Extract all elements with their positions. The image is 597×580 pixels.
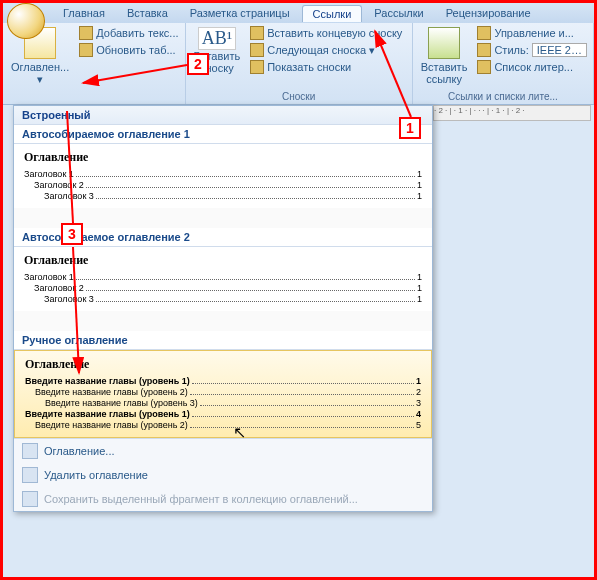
add-text-button[interactable]: Добавить текс... — [77, 25, 180, 41]
show-footnotes-button[interactable]: Показать сноски — [248, 59, 404, 75]
ribbon-tabs: Главная Вставка Разметка страницы Ссылки… — [3, 3, 594, 23]
tab-pagelayout[interactable]: Разметка страницы — [180, 5, 300, 21]
callout-3: 3 — [61, 223, 83, 245]
mouse-cursor: ↖ — [233, 423, 246, 442]
update-table-button[interactable]: Обновить таб... — [77, 42, 180, 58]
footnotes-group-label: Сноски — [190, 90, 408, 102]
bib-icon — [477, 60, 491, 74]
callout-2: 2 — [187, 53, 209, 75]
bibliography-button[interactable]: Список литер... — [475, 59, 589, 75]
citations-group-label: Ссылки и списки лите... — [417, 90, 589, 102]
toc-dropdown: Встроенный Автособираемое оглавление 1 О… — [13, 105, 433, 512]
tab-mailings[interactable]: Рассылки — [364, 5, 433, 21]
callout-1: 1 — [399, 117, 421, 139]
ruler: · 2 · | · 1 · | · · · | · 1 · | · 2 · — [433, 105, 591, 121]
insert-endnote-button[interactable]: Вставить концевую сноску — [248, 25, 404, 41]
show-footnotes-icon — [250, 60, 264, 74]
save-gallery-icon — [22, 491, 38, 507]
add-text-icon — [79, 26, 93, 40]
manage-icon — [477, 26, 491, 40]
ribbon: Оглавлен... ▾ Добавить текс... Обновить … — [3, 23, 594, 105]
style-icon — [477, 43, 491, 57]
chevron-down-icon: ▾ — [37, 73, 43, 86]
auto1-preview[interactable]: Оглавление Заголовок 11 Заголовок 21 Заг… — [14, 144, 432, 208]
next-footnote-button[interactable]: Следующая сноска ▾ — [248, 42, 404, 58]
update-icon — [79, 43, 93, 57]
style-select[interactable]: Стиль: IEEE 2… — [475, 42, 589, 58]
remove-toc-icon — [22, 467, 38, 483]
toc-label: Оглавлен... — [11, 61, 69, 73]
citation-icon — [428, 27, 460, 59]
insert-citation-button[interactable]: Вставить ссылку — [417, 25, 472, 87]
office-button[interactable] — [7, 3, 45, 39]
manage-sources-button[interactable]: Управление и... — [475, 25, 589, 41]
tab-home[interactable]: Главная — [53, 5, 115, 21]
manual-preview[interactable]: Оглавление Введите название главы (урове… — [14, 350, 432, 438]
dropdown-footer: Оглавление... Удалить оглавление Сохрани… — [14, 438, 432, 511]
toc-heading2: Оглавление — [24, 253, 422, 268]
toc-heading3: Оглавление — [25, 357, 421, 372]
toc-heading: Оглавление — [24, 150, 422, 165]
next-footnote-icon — [250, 43, 264, 57]
auto1-header[interactable]: Автособираемое оглавление 1 — [14, 125, 432, 144]
builtin-header: Встроенный — [14, 106, 432, 125]
tab-references[interactable]: Ссылки — [302, 5, 363, 22]
endnote-icon — [250, 26, 264, 40]
manual-header[interactable]: Ручное оглавление — [14, 331, 432, 350]
auto2-preview[interactable]: Оглавление Заголовок 11 Заголовок 21 Заг… — [14, 247, 432, 311]
tab-insert[interactable]: Вставка — [117, 5, 178, 21]
save-selection-item: Сохранить выделенный фрагмент в коллекци… — [14, 487, 432, 511]
tab-review[interactable]: Рецензирование — [436, 5, 541, 21]
toc-dialog-icon — [22, 443, 38, 459]
ab-icon: AB¹ — [198, 27, 236, 50]
remove-toc-item[interactable]: Удалить оглавление — [14, 463, 432, 487]
toc-dialog-item[interactable]: Оглавление... — [14, 439, 432, 463]
